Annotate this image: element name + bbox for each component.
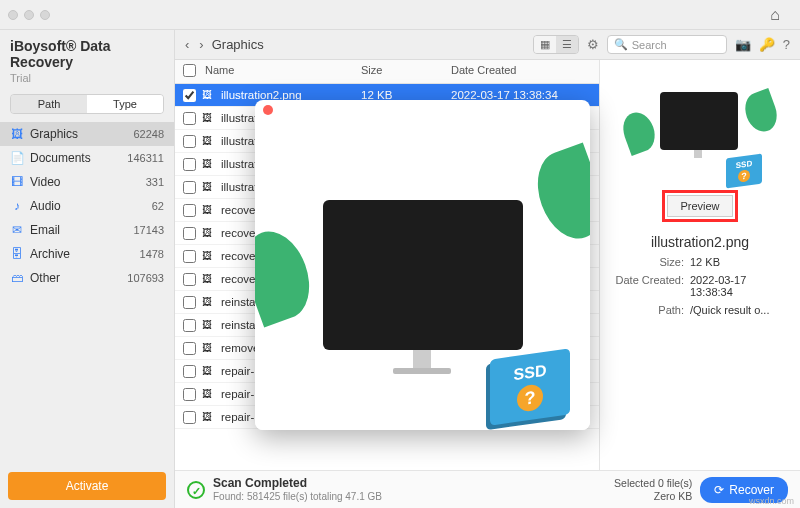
close-dot[interactable] [8, 10, 18, 20]
sidebar-item-archive[interactable]: 🗄Archive1478 [0, 242, 174, 266]
back-icon[interactable]: ‹ [185, 37, 189, 52]
col-name[interactable]: Name [205, 64, 361, 79]
max-dot[interactable] [40, 10, 50, 20]
row-checkbox[interactable] [183, 89, 196, 102]
category-icon: 🗃 [10, 271, 24, 285]
detail-filename: illustration2.png [651, 234, 749, 250]
row-checkbox[interactable] [183, 411, 196, 424]
camera-icon[interactable]: 📷 [735, 37, 751, 52]
watermark: wsxdn.com [749, 496, 794, 506]
sidebar: iBoysoft® Data Recovery Trial Path Type … [0, 30, 175, 508]
grid-view-icon[interactable]: ▦ [534, 36, 556, 53]
category-icon: 🗄 [10, 247, 24, 261]
sidebar-item-video[interactable]: 🎞Video331 [0, 170, 174, 194]
row-checkbox[interactable] [183, 227, 196, 240]
window-controls [8, 10, 50, 20]
selection-count: Selected 0 file(s)Zero KB [614, 477, 692, 502]
status-sub: Found: 581425 file(s) totaling 47.1 GB [213, 491, 606, 503]
row-checkbox[interactable] [183, 319, 196, 332]
activate-button[interactable]: Activate [8, 472, 166, 500]
sidebar-item-other[interactable]: 🗃Other107693 [0, 266, 174, 290]
list-view-icon[interactable]: ☰ [556, 36, 578, 53]
file-icon [202, 180, 216, 194]
toolbar: ‹ › Graphics ▦ ☰ ⚙ 🔍 Search 📷 🔑 ? [175, 30, 800, 60]
file-icon [202, 295, 216, 309]
row-checkbox[interactable] [183, 365, 196, 378]
ssd-icon: SSD? [726, 153, 762, 188]
file-icon [202, 203, 216, 217]
row-checkbox[interactable] [183, 296, 196, 309]
row-checkbox[interactable] [183, 181, 196, 194]
list-header: Name Size Date Created [175, 60, 599, 84]
file-icon [202, 272, 216, 286]
tab-path[interactable]: Path [11, 95, 87, 113]
file-icon [202, 157, 216, 171]
sidebar-item-email[interactable]: ✉Email17143 [0, 218, 174, 242]
select-all-checkbox[interactable] [183, 64, 196, 77]
status-bar: ✓ Scan Completed Found: 581425 file(s) t… [175, 470, 800, 508]
file-icon [202, 226, 216, 240]
nav-arrows: ‹ › [185, 37, 204, 52]
category-icon: 🎞 [10, 175, 24, 189]
col-size[interactable]: Size [361, 64, 451, 79]
titlebar: ⌂ [0, 0, 800, 30]
row-checkbox[interactable] [183, 388, 196, 401]
row-checkbox[interactable] [183, 135, 196, 148]
preview-button[interactable]: Preview [667, 195, 732, 217]
min-dot[interactable] [24, 10, 34, 20]
search-icon: 🔍 [614, 38, 628, 51]
view-toggle[interactable]: ▦ ☰ [533, 35, 579, 54]
category-icon: ♪ [10, 199, 24, 213]
category-icon: 🖼 [10, 127, 24, 141]
tier-label: Trial [0, 72, 174, 92]
col-date[interactable]: Date Created [451, 64, 591, 79]
sidebar-item-documents[interactable]: 📄Documents146311 [0, 146, 174, 170]
detail-pane: SSD? Preview illustration2.png Size:12 K… [600, 60, 800, 470]
key-icon[interactable]: 🔑 [759, 37, 775, 52]
app-title: iBoysoft® Data Recovery [0, 30, 174, 72]
file-icon [202, 88, 216, 102]
path-type-toggle[interactable]: Path Type [10, 94, 164, 114]
row-checkbox[interactable] [183, 342, 196, 355]
refresh-icon: ⟳ [714, 483, 724, 497]
row-checkbox[interactable] [183, 273, 196, 286]
check-icon: ✓ [187, 481, 205, 499]
file-icon [202, 341, 216, 355]
row-checkbox[interactable] [183, 204, 196, 217]
ssd-icon: SSD? [490, 348, 570, 425]
file-icon [202, 249, 216, 263]
file-icon [202, 111, 216, 125]
row-checkbox[interactable] [183, 158, 196, 171]
row-checkbox[interactable] [183, 112, 196, 125]
detail-thumbnail: SSD? [630, 82, 770, 182]
category-icon: 📄 [10, 151, 24, 165]
file-icon [202, 364, 216, 378]
close-icon[interactable] [263, 105, 273, 115]
file-icon [202, 134, 216, 148]
file-icon [202, 410, 216, 424]
filter-icon[interactable]: ⚙ [587, 37, 599, 52]
category-list: 🖼Graphics62248📄Documents146311🎞Video331♪… [0, 122, 174, 464]
breadcrumb: Graphics [212, 37, 264, 52]
file-icon [202, 318, 216, 332]
file-icon [202, 387, 216, 401]
category-icon: ✉ [10, 223, 24, 237]
search-placeholder: Search [632, 39, 667, 51]
preview-image: SSD? [255, 120, 590, 430]
search-input[interactable]: 🔍 Search [607, 35, 727, 54]
forward-icon[interactable]: › [199, 37, 203, 52]
preview-window[interactable]: SSD? [255, 100, 590, 430]
help-icon[interactable]: ? [783, 37, 790, 52]
sidebar-item-graphics[interactable]: 🖼Graphics62248 [0, 122, 174, 146]
status-title: Scan Completed [213, 476, 606, 490]
home-icon[interactable]: ⌂ [770, 6, 780, 24]
row-checkbox[interactable] [183, 250, 196, 263]
sidebar-item-audio[interactable]: ♪Audio62 [0, 194, 174, 218]
tab-type[interactable]: Type [87, 95, 163, 113]
preview-button-highlight: Preview [662, 190, 737, 222]
